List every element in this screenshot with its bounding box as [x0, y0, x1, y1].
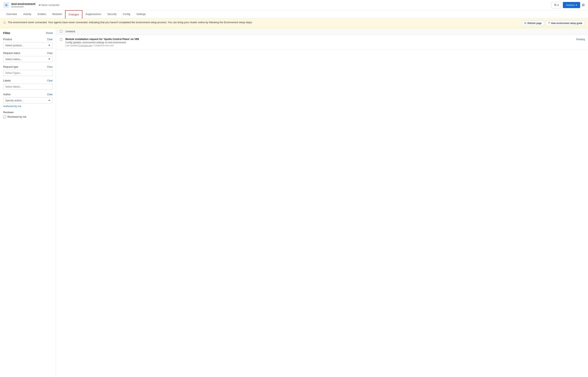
tab-modules[interactable]: Modules: [49, 10, 65, 18]
guide-icon: ?: [548, 22, 550, 24]
alert-message: The environment never connected. Your ag…: [8, 21, 520, 24]
alert-icon: ⚠: [3, 21, 6, 24]
change-col-header: CHANGE: [66, 30, 76, 33]
change-info: Module installation request for 'Apollo …: [66, 38, 573, 47]
status-badge: Pending: [576, 38, 585, 41]
request-status-label: Request status: [3, 52, 20, 55]
author-filter-section: Author Clear Specify author... Authored …: [3, 93, 53, 108]
change-meta-prefix: Last updated: [66, 44, 79, 47]
filter-title: Filter: [3, 31, 11, 35]
nav-tabs: Overview Activity Entities Modules Chang…: [0, 10, 588, 19]
actions-button[interactable]: Actions ▾: [563, 2, 580, 8]
main-layout: Filter Reset Product Clear Select produc…: [0, 28, 588, 377]
actions-label: Actions: [566, 3, 575, 7]
reviewer-filter-section: Reviewer Reviewed by me: [3, 111, 53, 118]
status-label: Never connected: [42, 4, 59, 7]
product-filter-section: Product Clear Select product...: [3, 38, 53, 48]
author-clear-button[interactable]: Clear: [47, 93, 53, 96]
labels-filter-header: Labels Clear: [3, 79, 53, 82]
authored-by-me-link[interactable]: Authored by me: [3, 105, 53, 108]
tab-entities[interactable]: Entities: [34, 10, 49, 18]
request-status-filter-header: Request status Clear: [3, 52, 53, 55]
author-select[interactable]: Specify author...: [3, 97, 53, 104]
actions-chevron-icon: ▾: [576, 3, 577, 7]
header-left: test-environment Environment Never conne…: [3, 2, 59, 8]
product-label: Product: [3, 38, 12, 41]
reviewed-by-me-checkbox[interactable]: [3, 116, 6, 118]
product-select[interactable]: Select product...: [3, 42, 53, 48]
tab-config[interactable]: Config: [120, 10, 133, 18]
env-name: test-environment: [11, 2, 35, 6]
alert-actions: ↻ Refresh page ? View environment setup …: [522, 21, 585, 26]
request-status-select[interactable]: Select status...: [3, 56, 53, 62]
sort-count: 1: [557, 3, 559, 7]
tab-activity[interactable]: Activity: [20, 10, 34, 18]
labels-clear-button[interactable]: Clear: [47, 79, 53, 82]
change-meta-suffix: • Created by test-user: [93, 44, 114, 47]
settings-icon[interactable]: ⚙: [582, 3, 585, 7]
refresh-page-button[interactable]: ↻ Refresh page: [522, 21, 544, 26]
tab-suppressions[interactable]: Suppressions: [82, 10, 104, 18]
sort-icon: ⇅: [554, 3, 556, 7]
tab-overview[interactable]: Overview: [3, 10, 20, 18]
labels-filter-section: Labels Clear: [3, 79, 53, 90]
author-label: Author: [3, 93, 11, 96]
change-status: Pending: [576, 38, 585, 41]
alert-banner: ⚠ The environment never connected. Your …: [0, 19, 588, 28]
refresh-label: Refresh page: [527, 22, 542, 24]
reviewer-label: Reviewer: [3, 111, 14, 114]
reviewed-by-me-label[interactable]: Reviewed by me: [3, 115, 53, 118]
request-type-input[interactable]: [3, 70, 53, 76]
tab-settings[interactable]: Settings: [133, 10, 149, 18]
sort-button[interactable]: ⇅ 1: [551, 2, 561, 8]
connection-status: Never connected: [39, 4, 59, 7]
header-right: ⇅ 1 Actions ▾ ⚙: [551, 2, 585, 8]
request-status-clear-button[interactable]: Clear: [47, 52, 53, 55]
app-header: test-environment Environment Never conne…: [0, 0, 588, 10]
status-dot: [39, 4, 41, 6]
table-header: CHANGE: [56, 28, 588, 35]
content-area: CHANGE Module installation request for '…: [56, 28, 588, 377]
change-subtitle: Config updates: environment settings on …: [66, 41, 573, 44]
env-type: Environment: [11, 6, 35, 8]
select-all-checkbox[interactable]: [59, 30, 63, 33]
filter-header: Filter Reset: [3, 31, 53, 35]
change-item-checkbox[interactable]: [59, 38, 63, 41]
reset-filter-button[interactable]: Reset: [46, 32, 53, 35]
table-row: Module installation request for 'Apollo …: [56, 35, 588, 50]
env-info: test-environment Environment: [11, 2, 35, 8]
product-filter-header: Product Clear: [3, 38, 53, 41]
labels-input[interactable]: [3, 84, 53, 90]
change-meta: Last updated 3 minutes ago • Created by …: [66, 44, 573, 47]
tab-changes[interactable]: Changes: [65, 10, 82, 19]
view-guide-button[interactable]: ? View environment setup guide: [546, 21, 585, 26]
request-type-filter-section: Request type Clear: [3, 65, 53, 76]
env-icon: [3, 2, 10, 8]
labels-label: Labels: [3, 79, 11, 82]
request-type-label: Request type: [3, 65, 18, 68]
author-filter-header: Author Clear: [3, 93, 53, 96]
filter-sidebar: Filter Reset Product Clear Select produc…: [0, 28, 56, 377]
product-clear-button[interactable]: Clear: [47, 38, 53, 41]
refresh-icon: ↻: [524, 22, 526, 24]
change-meta-time[interactable]: 3 minutes ago: [79, 44, 92, 47]
reviewed-by-me-text: Reviewed by me: [8, 115, 26, 118]
reviewer-filter-header: Reviewer: [3, 111, 53, 114]
request-type-clear-button[interactable]: Clear: [47, 66, 53, 68]
request-status-filter-section: Request status Clear Select status...: [3, 52, 53, 62]
guide-label: View environment setup guide: [551, 22, 582, 24]
request-type-filter-header: Request type Clear: [3, 65, 53, 68]
change-title[interactable]: Module installation request for 'Apollo …: [66, 38, 573, 41]
tab-security[interactable]: Security: [104, 10, 120, 18]
